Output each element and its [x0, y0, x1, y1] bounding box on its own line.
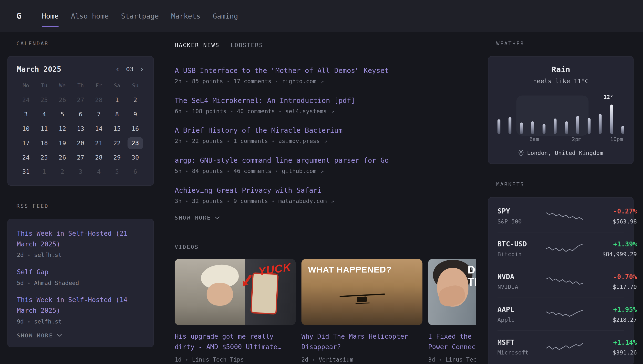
hn-item-comments[interactable]: 17 comments: [233, 78, 271, 84]
hn-item-meta: 5h84 points46 commentsgithub.com ↗: [175, 168, 476, 174]
market-change: +1.95%: [583, 306, 637, 313]
video-thumbnail[interactable]: YUCK: [175, 259, 296, 325]
calendar-month-label: March 2025: [17, 65, 61, 73]
dot-separator: [230, 108, 233, 114]
chevron-right-icon[interactable]: ›: [140, 65, 144, 73]
hn-item-points: 22 points: [192, 138, 223, 144]
hn-item-comments[interactable]: 1 comments: [233, 138, 268, 144]
video-channel[interactable]: Veritasium: [319, 356, 353, 362]
hn-show-more-button[interactable]: SHOW MORE: [175, 215, 476, 221]
hn-item-domain[interactable]: asimov.press: [278, 138, 320, 144]
video-channel[interactable]: Linus Tech Tips: [445, 356, 476, 362]
nav-tab-also-home[interactable]: Also home: [71, 0, 109, 32]
market-name: Microsoft: [497, 349, 546, 356]
markets-section-title: MARKETS: [496, 181, 634, 187]
market-symbol[interactable]: AAPL: [497, 306, 546, 314]
calendar-day: 9: [128, 108, 143, 120]
market-symbol[interactable]: MSFT: [497, 338, 546, 346]
video-age: 3d: [428, 356, 435, 362]
external-link-icon: ↗: [321, 168, 324, 174]
weather-bar: [554, 118, 556, 134]
nav-tab-gaming[interactable]: Gaming: [213, 0, 238, 32]
nav-tab-home[interactable]: Home: [42, 0, 59, 32]
rss-item-title[interactable]: This Week in Self-Hosted (21 March 2025): [17, 230, 128, 248]
hn-item-domain[interactable]: matanabudy.com: [278, 197, 327, 204]
app-logo[interactable]: G: [16, 0, 21, 32]
calendar-day: 18: [36, 137, 52, 149]
market-name: S&P 500: [497, 218, 546, 225]
calendar-widget: March 2025 ‹ 03 › Mo Tu We Th Fr Sa Su: [7, 56, 154, 186]
hn-item-title[interactable]: A USB Interface to the "Mother of All De…: [175, 66, 389, 75]
video-title[interactable]: His upgrade got me really dirty - AMD $5…: [175, 331, 296, 352]
videos-section-title: VIDEOS: [175, 244, 476, 250]
rss-item-title[interactable]: This Week in Self-Hosted (14 March 2025): [17, 296, 128, 314]
thumbnail-art: [207, 283, 233, 306]
rss-item-meta: 2dselfh.st: [17, 252, 144, 258]
rss-item-title[interactable]: Self Gap: [17, 268, 48, 276]
weather-bar: [497, 119, 500, 134]
hn-item-title[interactable]: A Brief History of the Miracle Bacterium: [175, 126, 343, 134]
hn-item-domain[interactable]: righto.com: [282, 78, 316, 84]
weekday-label: Mo: [17, 82, 35, 88]
show-more-label: SHOW MORE: [17, 332, 53, 338]
market-symbol[interactable]: NVDA: [497, 272, 546, 281]
weather-location: London, United Kingdom: [497, 150, 624, 156]
market-symbol[interactable]: BTC-USD: [497, 240, 546, 248]
dot-separator: [185, 168, 188, 174]
sparkline-chart: [546, 242, 583, 256]
chevron-left-icon[interactable]: ‹: [115, 65, 120, 73]
calendar-day: 3: [18, 108, 34, 120]
weekday-label: We: [53, 82, 72, 88]
calendar-day: 17: [18, 137, 34, 149]
dot-separator: [185, 108, 188, 114]
calendar-day: 5: [55, 108, 70, 120]
external-link-icon: ↗: [321, 78, 324, 84]
hn-item-comments[interactable]: 46 comments: [233, 168, 271, 174]
hn-item-title[interactable]: The SeL4 Microkernel: An Introduction [p…: [175, 96, 355, 105]
hn-item: A Brief History of the Miracle Bacterium…: [175, 126, 476, 144]
hn-item-meta: 2h85 points17 commentsrighto.com ↗: [175, 78, 476, 84]
calendar-day: 13: [73, 123, 88, 135]
market-quote: -0.27% $563.98: [583, 207, 637, 224]
market-change: +1.39%: [583, 240, 637, 248]
dashboard-columns: CALENDAR March 2025 ‹ 03 › Mo Tu We Th F…: [0, 32, 643, 364]
tab-lobsters[interactable]: LOBSTERS: [231, 42, 263, 48]
hn-item-title[interactable]: argp: GNU-style command line argument pa…: [175, 156, 389, 164]
hn-item-points: 84 points: [192, 168, 223, 174]
hn-item-domain[interactable]: github.com: [282, 168, 316, 174]
video-title[interactable]: Why Did The Mars Helicopter Disappear?: [301, 331, 423, 352]
hn-item-time: 5h: [175, 168, 182, 174]
market-quote: +1.39% $84,999.29: [583, 240, 637, 258]
calendar-day: 27: [73, 152, 88, 164]
hn-item-title[interactable]: Achieving Great Privacy with Safari: [175, 186, 322, 194]
weekday-label: Fr: [90, 82, 108, 88]
hn-item-comments[interactable]: 40 comments: [237, 108, 275, 114]
weather-time-label: 2pm: [572, 136, 581, 142]
rss-show-more-button[interactable]: SHOW MORE: [17, 332, 144, 338]
calendar-day: 30: [128, 152, 143, 164]
video-thumbnail[interactable]: DO TH: [428, 259, 476, 325]
video-title[interactable]: I Fixed the 5090 Power Connector: [428, 331, 476, 352]
tab-hacker-news[interactable]: HACKER NEWS: [175, 42, 219, 51]
nav-tab-markets[interactable]: Markets: [171, 0, 200, 32]
calendar-day: 4: [91, 166, 107, 178]
weather-time-label: 10pm: [610, 136, 623, 142]
video-thumbnail[interactable]: WHAT HAPPENED?: [301, 259, 423, 325]
rss-item-time: 5d: [17, 279, 24, 286]
thumbnail-art: [250, 272, 279, 314]
nav-tab-startpage[interactable]: Startpage: [121, 0, 159, 32]
weather-bar: [531, 121, 534, 134]
market-quote: +1.95% $218.27: [583, 306, 637, 323]
hn-item-comments[interactable]: 9 comments: [233, 197, 268, 204]
weather-widget: Rain Feels like 11°C 12° 6am 2pm 10pm Lo…: [488, 56, 633, 164]
weekday-label: Su: [126, 82, 145, 88]
dot-separator: [439, 357, 442, 362]
calendar-day: 27: [73, 94, 88, 106]
market-symbol[interactable]: SPY: [497, 207, 546, 215]
hn-item-domain[interactable]: sel4.systems: [285, 108, 327, 114]
external-link-icon: ↗: [324, 138, 327, 144]
dot-separator: [185, 138, 188, 144]
video-channel[interactable]: Linus Tech Tips: [192, 356, 244, 362]
calendar-day: 6: [128, 166, 143, 178]
weather-bar: [520, 123, 523, 134]
